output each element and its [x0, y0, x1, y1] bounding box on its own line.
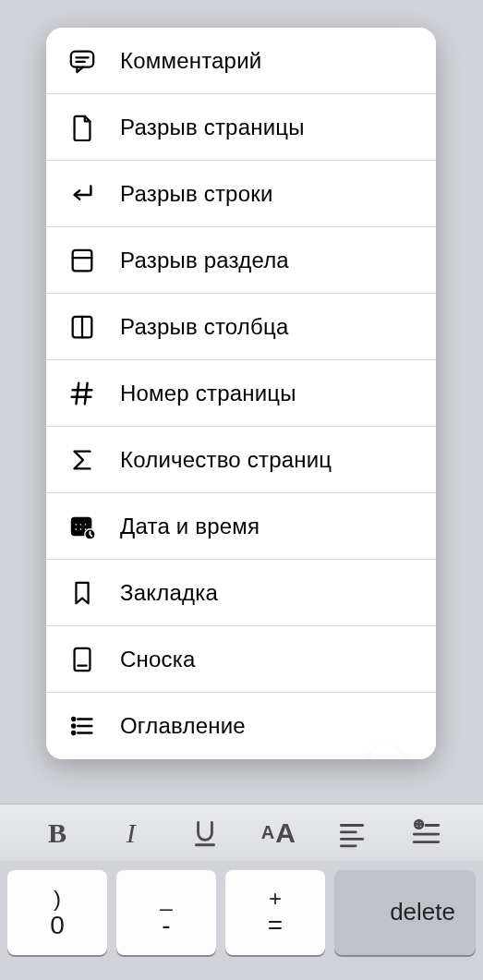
key-delete-label: delete — [390, 900, 455, 925]
key-top: + — [269, 887, 282, 910]
menu-item-label: Оглавление — [120, 713, 246, 739]
key-paren-0[interactable]: ) 0 — [7, 870, 107, 955]
page-break-icon — [66, 112, 98, 143]
menu-item-line-break[interactable]: Разрыв строки — [46, 161, 436, 227]
bold-label: B — [48, 817, 66, 849]
format-toolbar: B I A A — [0, 804, 483, 861]
svg-rect-15 — [75, 527, 78, 530]
key-bot: - — [162, 912, 170, 938]
svg-rect-12 — [75, 523, 78, 526]
menu-item-page-count[interactable]: Количество страниц — [46, 427, 436, 493]
menu-item-label: Комментарий — [120, 48, 261, 74]
column-break-icon — [66, 311, 98, 343]
footnote-icon — [66, 644, 98, 675]
key-delete[interactable]: delete — [334, 870, 476, 955]
menu-item-label: Номер страницы — [120, 381, 296, 406]
svg-rect-13 — [79, 523, 82, 526]
menu-item-label: Разрыв раздела — [120, 248, 289, 273]
menu-item-footnote[interactable]: Сноска — [46, 626, 436, 693]
italic-label: I — [127, 817, 136, 849]
text-size-label-big: A — [275, 817, 296, 849]
svg-rect-14 — [84, 523, 87, 526]
key-top: ) — [54, 887, 61, 910]
menu-item-label: Количество страниц — [120, 447, 332, 473]
sigma-icon — [66, 444, 98, 476]
insert-menu-popover: Комментарий Разрыв страницы Разрыв строк… — [46, 28, 436, 759]
menu-item-comment[interactable]: Комментарий — [46, 28, 436, 94]
menu-item-label: Разрыв строки — [120, 181, 273, 207]
key-bot: = — [268, 912, 283, 938]
underline-button[interactable] — [168, 805, 242, 861]
svg-rect-16 — [79, 527, 82, 530]
toc-icon — [66, 710, 98, 742]
menu-item-column-break[interactable]: Разрыв столбца — [46, 294, 436, 360]
key-bot: 0 — [50, 912, 65, 938]
svg-point-23 — [72, 732, 75, 734]
key-top: _ — [160, 887, 172, 910]
align-button[interactable] — [315, 805, 389, 861]
menu-item-label: Разрыв страницы — [120, 115, 305, 140]
menu-item-page-number[interactable]: Номер страницы — [46, 360, 436, 427]
menu-item-date-time[interactable]: Дата и время — [46, 493, 436, 560]
bookmark-icon — [66, 577, 98, 609]
section-break-icon — [66, 245, 98, 276]
svg-point-22 — [72, 725, 75, 728]
bold-button[interactable]: B — [20, 805, 94, 861]
text-size-button[interactable]: A A — [241, 805, 315, 861]
hash-icon — [66, 378, 98, 409]
menu-item-label: Закладка — [120, 580, 218, 606]
svg-line-8 — [85, 382, 88, 404]
key-underscore-minus[interactable]: _ - — [116, 870, 216, 955]
svg-rect-3 — [73, 249, 92, 271]
menu-item-toc[interactable]: Оглавление — [46, 693, 436, 759]
menu-item-label: Дата и время — [120, 514, 260, 539]
italic-button[interactable]: I — [94, 805, 168, 861]
calendar-icon — [66, 511, 98, 542]
menu-item-page-break[interactable]: Разрыв страницы — [46, 94, 436, 161]
svg-rect-0 — [71, 51, 93, 67]
svg-rect-19 — [75, 647, 91, 670]
menu-item-section-break[interactable]: Разрыв раздела — [46, 227, 436, 294]
svg-point-21 — [72, 718, 75, 720]
menu-item-bookmark[interactable]: Закладка — [46, 560, 436, 626]
insert-button[interactable] — [389, 805, 463, 861]
key-plus-equals[interactable]: + = — [225, 870, 325, 955]
menu-item-label: Сноска — [120, 647, 196, 672]
svg-line-7 — [76, 382, 78, 404]
menu-item-label: Разрыв столбца — [120, 314, 289, 340]
line-break-icon — [66, 178, 98, 210]
keyboard-row: ) 0 _ - + = delete — [0, 861, 483, 980]
comment-icon — [66, 45, 98, 77]
text-size-label: A — [261, 822, 274, 843]
